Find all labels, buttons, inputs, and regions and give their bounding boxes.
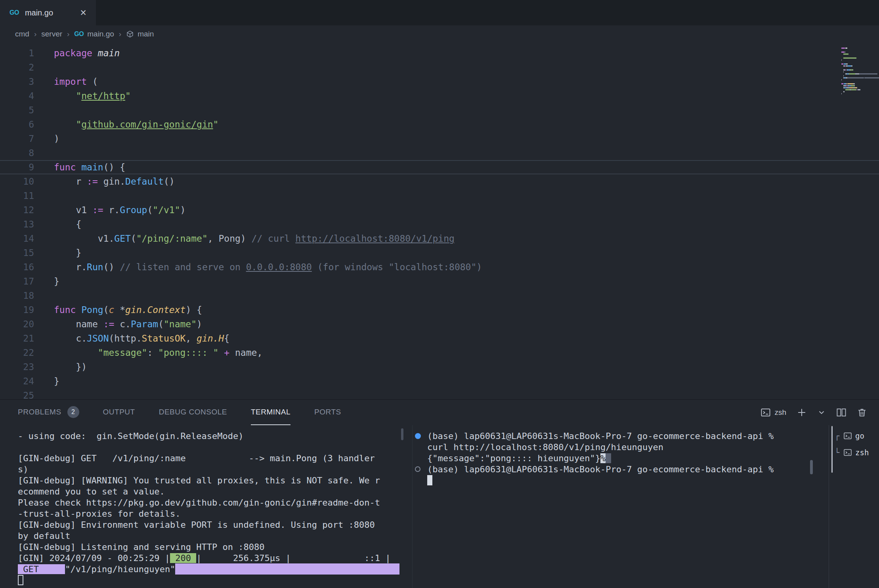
terminal-line[interactable]: {"message":"pong:::: hieunguyen"}% xyxy=(413,452,809,464)
terminal-line[interactable]: Please check https://pkg.go.dev/github.c… xyxy=(18,497,399,508)
code-line[interactable]: 14 v1.GET("/ping/:name", Pong) // curl h… xyxy=(0,231,879,246)
chevron-right-icon: › xyxy=(34,30,36,38)
code-line[interactable]: 9func main() { xyxy=(0,160,879,174)
split-connector: ┌ xyxy=(835,431,840,441)
breadcrumb-item-cmd[interactable]: cmd xyxy=(15,30,29,38)
panel-actions: zsh xyxy=(761,407,867,418)
terminal-panel: - using code: gin.SetMode(gin.ReleaseMod… xyxy=(0,425,879,588)
terminal-line[interactable]: [GIN-debug] GET /v1/ping/:name --> main.… xyxy=(18,452,399,464)
code-editor[interactable]: 1package main23import (4 "net/http"56 "g… xyxy=(0,43,879,399)
terminal-list-scrollbar[interactable] xyxy=(831,426,833,473)
command-decoration-circle xyxy=(415,466,420,472)
go-file-icon: GO xyxy=(10,9,19,16)
breadcrumb-label: main.go xyxy=(87,30,114,38)
terminal-line[interactable]: [GIN-debug] Environment variable PORT is… xyxy=(18,519,399,530)
code-line[interactable]: 7) xyxy=(0,132,879,146)
editor-tab-bar: GO main.go × xyxy=(0,0,879,25)
terminal-list-item-go[interactable]: ┌go xyxy=(829,428,879,444)
panel-tabs: PROBLEMS2OUTPUTDEBUG CONSOLETERMINALPORT… xyxy=(18,400,341,425)
terminal-line[interactable]: GET "/v1/ping/hieunguyen" xyxy=(18,563,399,575)
code-line[interactable]: 16 r.Run() // listen and serve on 0.0.0.… xyxy=(0,260,879,274)
terminal-list: ┌go└zsh xyxy=(829,425,879,588)
breadcrumb: cmd › server › GO main.go › main xyxy=(0,25,879,43)
terminal-line[interactable]: s) xyxy=(18,464,399,475)
terminal-line[interactable] xyxy=(413,475,809,486)
terminal-right-scrollbar[interactable] xyxy=(810,460,813,474)
terminal-line[interactable]: [GIN] 2024/07/09 - 00:25:29 | 200 | 256.… xyxy=(18,552,399,563)
terminal-list-item-zsh[interactable]: └zsh xyxy=(829,444,879,461)
panel-tab-terminal[interactable]: TERMINAL xyxy=(251,400,290,425)
split-terminal-button[interactable] xyxy=(836,407,847,418)
shell-label: zsh xyxy=(774,408,786,417)
panel-tab-output[interactable]: OUTPUT xyxy=(103,400,135,425)
terminal-line[interactable]: -trust-all-proxies for details. xyxy=(18,508,399,519)
code-line[interactable]: 8 xyxy=(0,146,879,160)
terminal-right-pane[interactable]: (base) lap60631@LAP60631s-MacBook-Pro-7 … xyxy=(413,430,809,486)
panel-header: PROBLEMS2OUTPUTDEBUG CONSOLETERMINALPORT… xyxy=(0,400,879,425)
panel-tab-ports[interactable]: PORTS xyxy=(314,400,341,425)
code-line[interactable]: 11 xyxy=(0,189,879,203)
code-line[interactable]: 15 } xyxy=(0,246,879,260)
code-line[interactable]: 19func Pong(c *gin.Context) { xyxy=(0,303,879,317)
terminal-list-label: zsh xyxy=(855,448,869,457)
terminal-icon xyxy=(761,407,771,418)
code-line[interactable]: 21 c.JSON(http.StatusOK, gin.H{ xyxy=(0,331,879,346)
breadcrumb-label: main xyxy=(138,30,154,38)
code-line[interactable]: 25 xyxy=(0,388,879,399)
close-icon[interactable]: × xyxy=(80,8,86,18)
terminal-list-label: go xyxy=(855,431,864,440)
breadcrumb-item-main-go[interactable]: GO main.go xyxy=(74,30,114,38)
terminal-icon xyxy=(843,431,852,440)
terminal-left-scrollbar[interactable] xyxy=(401,428,403,440)
code-line[interactable]: 5 xyxy=(0,103,879,117)
code-line[interactable]: 23 }) xyxy=(0,360,879,374)
launch-profile-button[interactable]: zsh xyxy=(761,407,786,418)
tab-main-go[interactable]: GO main.go × xyxy=(0,0,96,25)
terminal-left-pane[interactable]: - using code: gin.SetMode(gin.ReleaseMod… xyxy=(18,430,399,586)
chevron-down-icon[interactable] xyxy=(817,408,826,417)
terminal-line[interactable]: [GIN-debug] Listening and serving HTTP o… xyxy=(18,541,399,552)
code-line[interactable]: 1package main xyxy=(0,46,879,60)
chevron-right-icon: › xyxy=(119,30,121,38)
tab-label: main.go xyxy=(25,8,53,17)
code-line[interactable]: 3import ( xyxy=(0,74,879,89)
terminal-line[interactable]: - using code: gin.SetMode(gin.ReleaseMod… xyxy=(18,430,399,441)
bottom-panel: PROBLEMS2OUTPUTDEBUG CONSOLETERMINALPORT… xyxy=(0,399,879,588)
problems-badge: 2 xyxy=(67,406,79,418)
code-line[interactable]: 22 "message": "pong:::: " + name, xyxy=(0,346,879,360)
code-line[interactable]: 18 xyxy=(0,288,879,303)
terminal-line[interactable]: [GIN-debug] [WARNING] You trusted all pr… xyxy=(18,475,399,486)
code-lines: 1package main23import (4 "net/http"56 "g… xyxy=(0,46,879,399)
kill-terminal-button[interactable] xyxy=(857,407,867,418)
terminal-line[interactable]: (base) lap60631@LAP60631s-MacBook-Pro-7 … xyxy=(413,430,809,441)
terminal-line[interactable]: by default xyxy=(18,530,399,541)
terminal-line[interactable] xyxy=(18,441,399,452)
command-decoration-dot xyxy=(415,433,421,439)
vscode-window: GO main.go × cmd › server › GO main.go ›… xyxy=(0,0,879,588)
code-line[interactable]: 20 name := c.Param("name") xyxy=(0,317,879,331)
code-line[interactable]: 12 v1 := r.Group("/v1") xyxy=(0,203,879,217)
panel-tab-debug-console[interactable]: DEBUG CONSOLE xyxy=(159,400,227,425)
breadcrumb-label: cmd xyxy=(15,30,29,38)
terminal-line[interactable] xyxy=(18,575,399,586)
chevron-right-icon: › xyxy=(67,30,69,38)
code-line[interactable]: 13 { xyxy=(0,217,879,231)
breadcrumb-item-server[interactable]: server xyxy=(41,30,62,38)
code-line[interactable]: 24} xyxy=(0,374,879,388)
split-connector: └ xyxy=(835,448,840,457)
panel-tab-problems[interactable]: PROBLEMS2 xyxy=(18,400,79,425)
code-line[interactable]: 17} xyxy=(0,274,879,288)
terminal-line[interactable]: ecommend you to set a value. xyxy=(18,486,399,497)
code-line[interactable]: 2 xyxy=(0,60,879,74)
terminal-line[interactable]: (base) lap60631@LAP60631s-MacBook-Pro-7 … xyxy=(413,464,809,475)
namespace-icon xyxy=(126,30,134,38)
terminal-icon xyxy=(843,448,852,457)
new-terminal-button[interactable] xyxy=(797,407,807,418)
code-line[interactable]: 6 "github.com/gin-gonic/gin" xyxy=(0,117,879,132)
breadcrumb-item-main[interactable]: main xyxy=(126,30,154,38)
code-line[interactable]: 10 r := gin.Default() xyxy=(0,174,879,189)
terminal-line[interactable]: curl http://localhost:8080/v1/ping/hieun… xyxy=(413,441,809,452)
code-line[interactable]: 4 "net/http" xyxy=(0,89,879,103)
go-file-icon: GO xyxy=(74,31,84,38)
minimap[interactable] xyxy=(838,48,879,97)
